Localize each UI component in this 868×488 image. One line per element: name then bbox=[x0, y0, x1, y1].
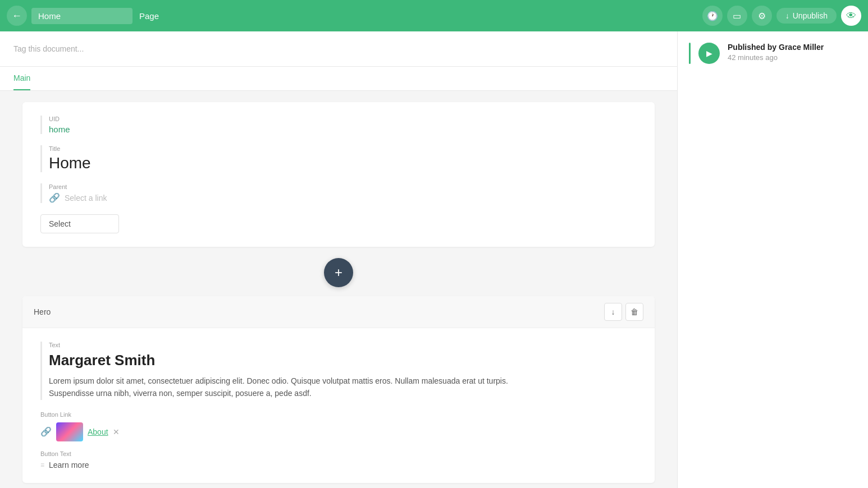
button-text-field: Button Text ≡ Learn more bbox=[40, 450, 637, 469]
published-play-button[interactable]: ▶ bbox=[698, 43, 720, 64]
hero-card-body: Text Margaret Smith Lorem ipsum dolor si… bbox=[22, 328, 655, 483]
button-link-remove[interactable]: ✕ bbox=[113, 427, 120, 436]
right-sidebar: ▶ Published by Grace Miller 42 minutes a… bbox=[677, 31, 868, 488]
unpublish-label: Unpublish bbox=[793, 11, 828, 20]
tag-placeholder[interactable]: Tag this document... bbox=[13, 44, 84, 53]
tabs-bar: Main bbox=[0, 67, 677, 91]
button-text-label: Button Text bbox=[40, 450, 637, 457]
topbar: ← Page 🕐 ▭ ⚙ ↓ Unpublish 👁 bbox=[0, 0, 868, 31]
uid-label: UID bbox=[49, 116, 637, 122]
text-field: Text Margaret Smith Lorem ipsum dolor si… bbox=[40, 342, 637, 400]
parent-label: Parent bbox=[49, 183, 637, 190]
published-time: 42 minutes ago bbox=[728, 53, 857, 62]
button-link-field: Button Link 🔗 About ✕ bbox=[40, 411, 637, 441]
hero-card-header: Hero ↓ 🗑 bbox=[22, 296, 655, 328]
layers-button[interactable]: ▭ bbox=[727, 6, 747, 26]
select-button[interactable]: Select bbox=[40, 214, 119, 233]
tab-main[interactable]: Main bbox=[13, 67, 30, 90]
title-value[interactable]: Home bbox=[49, 154, 637, 172]
play-icon: ▶ bbox=[706, 49, 712, 58]
eye-icon: 👁 bbox=[846, 10, 856, 22]
back-button[interactable]: ← bbox=[7, 6, 27, 26]
main-layout: Tag this document... Main UID home Title… bbox=[0, 31, 868, 488]
link-icon: 🔗 bbox=[40, 426, 52, 437]
button-link-text[interactable]: About bbox=[88, 427, 108, 436]
title-field: Title Home bbox=[40, 145, 637, 172]
parent-field: Parent 🔗 Select a link bbox=[40, 183, 637, 203]
hero-delete-button[interactable]: 🗑 bbox=[625, 303, 643, 321]
text-format-icon: ≡ bbox=[40, 461, 44, 469]
plus-icon: + bbox=[335, 265, 342, 280]
hero-desc-line2: Suspendisse urna nibh, viverra non, semp… bbox=[49, 389, 312, 398]
hero-section-title: Hero bbox=[34, 307, 51, 316]
content-area: Tag this document... Main UID home Title… bbox=[0, 31, 677, 488]
published-by: Published by Grace Miller bbox=[728, 43, 857, 52]
button-link-row: 🔗 About ✕ bbox=[40, 422, 637, 441]
hero-desc-line1: Lorem ipsum dolor sit amet, consectetuer… bbox=[49, 376, 508, 385]
unpublish-button[interactable]: ↓ Unpublish bbox=[776, 8, 837, 24]
published-info: Published by Grace Miller 42 minutes ago bbox=[728, 43, 857, 62]
link-icon: 🔗 bbox=[49, 192, 60, 203]
select-field-wrap: Select bbox=[40, 214, 637, 233]
layers-icon: ▭ bbox=[733, 11, 741, 21]
history-icon: 🕐 bbox=[707, 11, 718, 21]
button-text-row: ≡ Learn more bbox=[40, 461, 637, 469]
page-form-card: UID home Title Home Parent 🔗 Select a li… bbox=[22, 102, 655, 247]
download-icon: ↓ bbox=[611, 307, 615, 316]
delete-icon: 🗑 bbox=[631, 307, 638, 316]
page-label: Page bbox=[139, 11, 159, 21]
download-icon: ↓ bbox=[785, 11, 789, 20]
hero-card: Hero ↓ 🗑 Text Margaret Smith bbox=[22, 296, 655, 483]
parent-link-row[interactable]: 🔗 Select a link bbox=[49, 192, 637, 203]
settings-icon: ⚙ bbox=[758, 11, 766, 21]
button-link-thumbnail bbox=[56, 422, 83, 441]
title-label: Title bbox=[49, 145, 637, 152]
history-button[interactable]: 🕐 bbox=[702, 6, 723, 26]
hero-card-actions: ↓ 🗑 bbox=[604, 303, 643, 321]
content-sections: UID home Title Home Parent 🔗 Select a li… bbox=[0, 91, 677, 488]
button-text-value[interactable]: Learn more bbox=[49, 461, 89, 469]
hero-download-button[interactable]: ↓ bbox=[604, 303, 622, 321]
uid-value[interactable]: home bbox=[49, 125, 637, 134]
add-section-button[interactable]: + bbox=[324, 258, 353, 287]
uid-field: UID home bbox=[40, 116, 637, 134]
button-link-label: Button Link bbox=[40, 411, 637, 418]
avatar-button[interactable]: 👁 bbox=[841, 6, 861, 26]
parent-placeholder: Select a link bbox=[65, 194, 107, 202]
back-icon: ← bbox=[12, 10, 22, 22]
plus-btn-wrap: + bbox=[22, 258, 655, 287]
tag-bar: Tag this document... bbox=[0, 31, 677, 67]
published-accent bbox=[689, 43, 691, 64]
hero-name[interactable]: Margaret Smith bbox=[49, 352, 637, 369]
text-label: Text bbox=[49, 342, 637, 348]
settings-button[interactable]: ⚙ bbox=[752, 6, 772, 26]
published-section: ▶ Published by Grace Miller 42 minutes a… bbox=[678, 31, 868, 75]
page-title-input[interactable] bbox=[31, 8, 133, 24]
hero-description: Lorem ipsum dolor sit amet, consectetuer… bbox=[49, 375, 637, 400]
